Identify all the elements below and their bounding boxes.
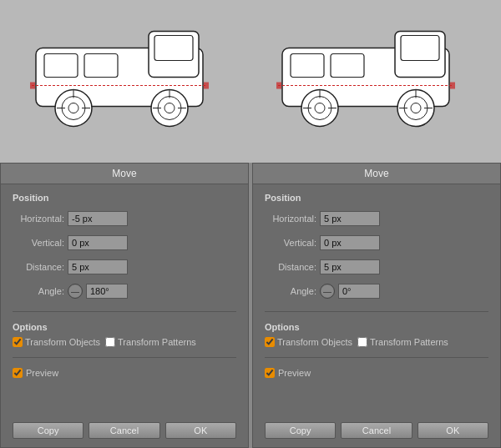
- svg-rect-22: [291, 54, 324, 78]
- left-move-dialog: Move Position Horizontal: Vertical: Dist…: [0, 163, 249, 448]
- svg-rect-13: [204, 83, 209, 89]
- left-transform-objects-label: Transform Objects: [25, 337, 100, 347]
- right-options-label: Options: [265, 322, 488, 332]
- left-angle-label: Angle:: [13, 286, 64, 296]
- right-horizontal-label: Horizontal:: [265, 214, 316, 224]
- right-vertical-input[interactable]: [320, 235, 380, 250]
- svg-point-10: [164, 103, 175, 113]
- right-move-dialog: Move Position Horizontal: Vertical: Dist…: [252, 163, 501, 448]
- svg-point-30: [411, 103, 421, 113]
- right-angle-label: Angle:: [265, 286, 316, 296]
- svg-rect-32: [276, 83, 281, 89]
- right-cancel-button[interactable]: Cancel: [341, 422, 412, 439]
- svg-rect-3: [84, 54, 118, 78]
- svg-rect-12: [30, 83, 35, 89]
- svg-rect-2: [44, 54, 78, 78]
- right-transform-objects-checkbox[interactable]: [265, 337, 275, 347]
- right-horizontal-input[interactable]: [320, 211, 380, 226]
- left-dialog-title: Move: [1, 164, 248, 184]
- svg-point-27: [315, 103, 325, 113]
- left-transform-patterns-label: Transform Patterns: [118, 337, 196, 347]
- right-angle-dial[interactable]: —: [320, 284, 335, 299]
- right-vertical-label: Vertical:: [265, 238, 316, 248]
- left-ok-button[interactable]: OK: [165, 422, 236, 439]
- svg-rect-4: [154, 36, 193, 61]
- left-vertical-label: Vertical:: [13, 238, 64, 248]
- right-dialog-title: Move: [253, 164, 500, 184]
- left-cancel-button[interactable]: Cancel: [89, 422, 159, 439]
- svg-rect-23: [331, 54, 364, 78]
- left-preview-checkbox[interactable]: [13, 368, 23, 378]
- left-horizontal-label: Horizontal:: [13, 214, 64, 224]
- svg-point-7: [68, 103, 78, 113]
- left-distance-input[interactable]: [68, 259, 128, 274]
- left-transform-patterns-checkbox[interactable]: [105, 337, 115, 347]
- left-copy-button[interactable]: Copy: [13, 422, 84, 439]
- right-distance-input[interactable]: [320, 259, 380, 274]
- left-position-label: Position: [13, 193, 236, 203]
- right-transform-patterns-checkbox[interactable]: [357, 337, 367, 347]
- left-distance-label: Distance:: [13, 262, 64, 272]
- left-vertical-input[interactable]: [68, 235, 128, 250]
- right-distance-label: Distance:: [265, 262, 316, 272]
- left-angle-dial[interactable]: —: [68, 284, 83, 299]
- svg-rect-24: [401, 36, 439, 61]
- svg-rect-33: [450, 83, 455, 89]
- right-angle-input[interactable]: [338, 284, 380, 299]
- right-transform-objects-label: Transform Objects: [277, 337, 352, 347]
- right-preview-checkbox[interactable]: [265, 368, 275, 378]
- left-angle-input[interactable]: [86, 284, 128, 299]
- right-transform-patterns-label: Transform Patterns: [370, 337, 448, 347]
- left-horizontal-input[interactable]: [68, 211, 128, 226]
- right-ok-button[interactable]: OK: [418, 422, 488, 439]
- right-copy-button[interactable]: Copy: [265, 422, 336, 439]
- right-position-label: Position: [265, 193, 488, 203]
- right-preview-label: Preview: [278, 368, 311, 378]
- left-options-label: Options: [13, 322, 236, 332]
- left-transform-objects-checkbox[interactable]: [13, 337, 23, 347]
- left-preview-label: Preview: [26, 368, 58, 378]
